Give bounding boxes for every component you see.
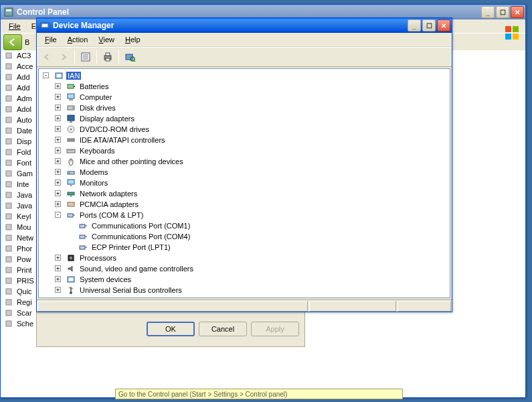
svg-rect-67	[68, 180, 74, 184]
maximize-button[interactable]: ☐	[496, 6, 509, 18]
pcmcia-icon	[66, 199, 76, 210]
control-panel-item-icon	[3, 254, 14, 265]
ok-button[interactable]: OK	[147, 322, 195, 336]
device-tree-node[interactable]: +IDE ATA/ATAPI controllers	[40, 135, 448, 145]
display-icon	[66, 113, 76, 124]
svg-rect-17	[6, 171, 11, 176]
device-tree-node[interactable]: +DVD/CD-ROM drives	[40, 124, 448, 135]
device-tree-node[interactable]: +Universal Serial Bus controllers	[40, 285, 448, 295]
tree-expander-icon[interactable]: +	[55, 158, 61, 164]
svg-rect-21	[6, 214, 11, 219]
control-panel-item-icon	[3, 265, 14, 275]
svg-rect-14	[6, 139, 11, 144]
svg-rect-4	[505, 34, 511, 40]
device-tree-node[interactable]: +Monitors	[40, 178, 448, 188]
svg-rect-5	[513, 34, 519, 40]
control-panel-item-label: Regi	[17, 298, 32, 306]
device-tree-node[interactable]: +Disk drives	[40, 103, 448, 113]
tree-expander-icon[interactable]: +	[55, 201, 61, 207]
device-tree-node[interactable]: +Processors	[40, 253, 448, 263]
device-tree-node[interactable]: +Keyboards	[40, 145, 448, 156]
device-tree-node[interactable]: -IAN	[40, 70, 448, 81]
control-panel-item-icon	[3, 222, 14, 232]
svg-rect-50	[74, 86, 75, 87]
device-tree-node[interactable]: +Computer	[40, 92, 448, 103]
tree-expander-icon[interactable]: -	[55, 212, 61, 218]
device-tree-node[interactable]: +Modems	[40, 167, 448, 178]
tree-expander-icon[interactable]: +	[55, 147, 61, 153]
cancel-button[interactable]: Cancel	[199, 322, 247, 336]
port-icon	[78, 242, 88, 253]
control-panel-item-label: Add	[17, 73, 30, 81]
computer-icon	[66, 92, 76, 103]
toolbar-print-icon[interactable]	[100, 50, 115, 64]
device-node-label: Mice and other pointing devices	[78, 157, 185, 165]
nav-back-label: B	[25, 38, 29, 46]
device-tree-node[interactable]: +System devices	[40, 274, 448, 285]
device-node-label: Keyboards	[78, 147, 116, 155]
device-manager-titlebar[interactable]: Device Manager _ ☐ ✕	[37, 18, 452, 33]
device-node-label: Ports (COM & LPT)	[78, 211, 145, 219]
control-panel-item-label: Inte	[17, 180, 29, 188]
properties-dialog-buttons: OK Cancel Apply	[36, 311, 305, 347]
device-tree-node[interactable]: +Display adapters	[40, 113, 448, 124]
svg-rect-83	[69, 278, 73, 281]
port-icon	[78, 231, 88, 242]
battery-icon	[66, 81, 76, 92]
device-tree-node[interactable]: +Batteries	[40, 81, 448, 92]
close-button[interactable]: ✕	[511, 6, 524, 18]
device-tree-node[interactable]: +Mice and other pointing devices	[40, 156, 448, 167]
tree-expander-icon[interactable]: -	[43, 72, 49, 78]
tree-expander-icon[interactable]: +	[55, 105, 61, 111]
device-tree-node[interactable]: Communications Port (COM4)	[40, 231, 448, 242]
device-tree[interactable]: -IAN+Batteries+Computer+Disk drives+Disp…	[38, 68, 450, 298]
tree-expander-icon[interactable]: +	[55, 94, 61, 100]
device-tree-node[interactable]: +PCMCIA adapters	[40, 199, 448, 210]
tree-expander-icon[interactable]: +	[55, 115, 61, 121]
svg-rect-11	[6, 107, 11, 112]
control-panel-item-label: Netw	[17, 234, 33, 242]
hint-tooltip: Go to the Control panel (Start > Setting…	[115, 389, 403, 399]
svg-rect-7	[6, 64, 11, 69]
tree-expander-icon[interactable]: +	[55, 255, 61, 261]
control-panel-item-icon	[3, 168, 14, 179]
tree-expander-icon[interactable]: +	[55, 265, 61, 271]
toolbar-scan-icon[interactable]	[122, 50, 137, 64]
dm-close-button[interactable]: ✕	[437, 19, 450, 31]
dm-menu-view[interactable]: View	[93, 34, 120, 45]
svg-point-58	[70, 129, 72, 131]
tree-expander-icon[interactable]: +	[55, 287, 61, 293]
menu-file[interactable]: File	[3, 21, 26, 31]
svg-rect-1	[6, 9, 11, 11]
dm-minimize-button[interactable]: _	[408, 19, 421, 31]
svg-rect-55	[68, 115, 74, 121]
control-panel-item-icon	[3, 50, 14, 61]
device-tree-node[interactable]: +Sound, video and game controllers	[40, 263, 448, 274]
device-tree-node[interactable]: -Ports (COM & LPT)	[40, 210, 448, 220]
svg-point-66	[69, 172, 70, 174]
tree-expander-icon[interactable]: +	[55, 169, 61, 175]
tree-expander-icon[interactable]: +	[55, 126, 61, 132]
dm-menu-help[interactable]: Help	[120, 34, 146, 45]
tree-expander-icon[interactable]: +	[55, 83, 61, 89]
apply-button: Apply	[251, 322, 299, 336]
tree-expander-icon[interactable]: +	[55, 190, 61, 196]
svg-rect-3	[513, 26, 519, 32]
tree-expander-icon[interactable]: +	[55, 137, 61, 143]
device-tree-node[interactable]: Communications Port (COM1)	[40, 220, 448, 231]
minimize-button[interactable]: _	[481, 6, 495, 18]
tree-expander-icon[interactable]: +	[55, 276, 61, 282]
tree-expander-icon[interactable]: +	[55, 180, 61, 186]
nav-back-button[interactable]	[3, 34, 22, 50]
device-manager-window: Device Manager _ ☐ ✕ File Action View He…	[36, 17, 452, 312]
toolbar-properties-icon[interactable]	[78, 50, 93, 64]
dm-maximize-button[interactable]: ☐	[422, 19, 436, 31]
dm-menu-file[interactable]: File	[39, 34, 62, 45]
control-panel-item-icon	[3, 104, 14, 115]
svg-rect-2	[505, 26, 511, 32]
svg-rect-19	[6, 192, 11, 198]
control-panel-item-label: Pow	[17, 255, 31, 263]
device-tree-node[interactable]: +Network adapters	[40, 188, 448, 199]
dm-menu-action[interactable]: Action	[62, 34, 94, 45]
device-tree-node[interactable]: ECP Printer Port (LPT1)	[40, 242, 448, 253]
